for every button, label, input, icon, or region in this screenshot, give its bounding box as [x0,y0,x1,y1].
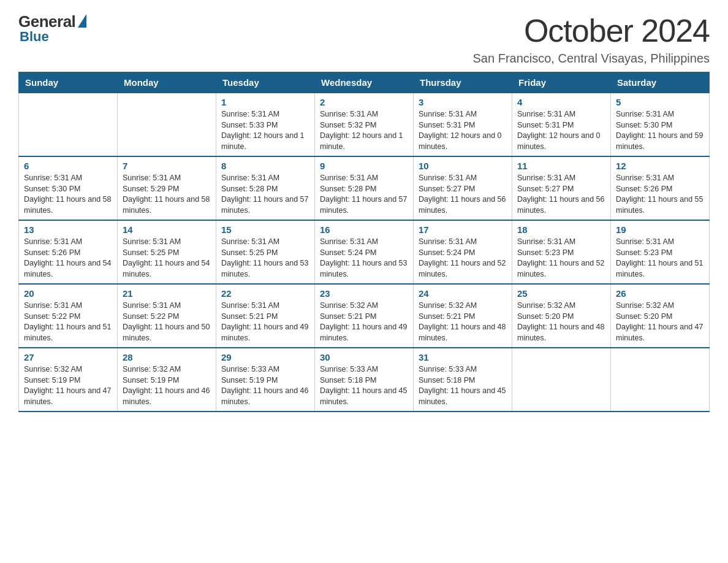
calendar-header-thursday: Thursday [414,72,512,93]
calendar-cell: 10Sunrise: 5:31 AMSunset: 5:27 PMDayligh… [414,156,512,220]
day-number: 7 [123,161,211,171]
day-info: Sunrise: 5:31 AMSunset: 5:25 PMDaylight:… [221,237,309,280]
page-header: General Blue October 2024 San Francisco,… [18,12,710,66]
calendar-header-sunday: Sunday [19,72,118,93]
calendar-cell: 2Sunrise: 5:31 AMSunset: 5:32 PMDaylight… [315,93,414,157]
calendar-header-row: SundayMondayTuesdayWednesdayThursdayFrid… [19,72,710,93]
calendar-week-row: 1Sunrise: 5:31 AMSunset: 5:33 PMDaylight… [19,93,710,157]
day-info: Sunrise: 5:31 AMSunset: 5:22 PMDaylight:… [24,301,112,343]
day-info: Sunrise: 5:31 AMSunset: 5:24 PMDaylight:… [419,237,507,280]
calendar-cell: 21Sunrise: 5:31 AMSunset: 5:22 PMDayligh… [118,284,216,348]
day-info: Sunrise: 5:31 AMSunset: 5:24 PMDaylight:… [320,237,408,280]
day-info: Sunrise: 5:33 AMSunset: 5:18 PMDaylight:… [419,364,507,407]
day-info: Sunrise: 5:33 AMSunset: 5:19 PMDaylight:… [221,364,309,407]
day-info: Sunrise: 5:31 AMSunset: 5:31 PMDaylight:… [517,109,605,152]
day-number: 10 [419,161,507,171]
calendar-week-row: 20Sunrise: 5:31 AMSunset: 5:22 PMDayligh… [19,284,710,348]
day-info: Sunrise: 5:31 AMSunset: 5:31 PMDaylight:… [419,109,507,152]
day-number: 27 [24,352,112,362]
month-title: October 2024 [473,12,710,49]
day-info: Sunrise: 5:33 AMSunset: 5:18 PMDaylight:… [320,364,408,407]
calendar-cell: 16Sunrise: 5:31 AMSunset: 5:24 PMDayligh… [315,220,414,284]
day-number: 13 [24,224,112,235]
calendar-cell: 22Sunrise: 5:31 AMSunset: 5:21 PMDayligh… [216,284,315,348]
day-info: Sunrise: 5:32 AMSunset: 5:21 PMDaylight:… [320,301,408,343]
calendar-header-tuesday: Tuesday [216,72,315,93]
day-info: Sunrise: 5:31 AMSunset: 5:27 PMDaylight:… [419,173,507,216]
calendar-cell: 7Sunrise: 5:31 AMSunset: 5:29 PMDaylight… [118,156,216,220]
day-info: Sunrise: 5:31 AMSunset: 5:22 PMDaylight:… [123,301,211,343]
calendar-cell [611,348,710,412]
calendar-cell: 4Sunrise: 5:31 AMSunset: 5:31 PMDaylight… [512,93,611,157]
day-number: 3 [419,97,507,107]
calendar-header-monday: Monday [118,72,216,93]
calendar-header-saturday: Saturday [611,72,710,93]
day-info: Sunrise: 5:32 AMSunset: 5:21 PMDaylight:… [419,301,507,343]
calendar-cell: 13Sunrise: 5:31 AMSunset: 5:26 PMDayligh… [19,220,118,284]
day-number: 12 [616,161,704,171]
day-number: 14 [123,224,211,235]
day-number: 28 [123,352,211,362]
logo-triangle-icon [78,14,86,28]
day-info: Sunrise: 5:31 AMSunset: 5:30 PMDaylight:… [616,109,704,152]
day-number: 11 [517,161,605,171]
day-number: 31 [419,352,507,362]
calendar-cell: 6Sunrise: 5:31 AMSunset: 5:30 PMDaylight… [19,156,118,220]
logo-blue-text: Blue [20,29,49,45]
calendar-cell: 25Sunrise: 5:32 AMSunset: 5:20 PMDayligh… [512,284,611,348]
calendar-cell: 31Sunrise: 5:33 AMSunset: 5:18 PMDayligh… [414,348,512,412]
day-number: 6 [24,161,112,171]
location-title: San Francisco, Central Visayas, Philippi… [473,52,710,66]
day-number: 16 [320,224,408,235]
calendar-cell: 20Sunrise: 5:31 AMSunset: 5:22 PMDayligh… [19,284,118,348]
day-info: Sunrise: 5:31 AMSunset: 5:28 PMDaylight:… [221,173,309,216]
calendar-week-row: 13Sunrise: 5:31 AMSunset: 5:26 PMDayligh… [19,220,710,284]
day-info: Sunrise: 5:31 AMSunset: 5:26 PMDaylight:… [24,237,112,280]
calendar-cell: 30Sunrise: 5:33 AMSunset: 5:18 PMDayligh… [315,348,414,412]
day-number: 15 [221,224,309,235]
calendar-cell: 23Sunrise: 5:32 AMSunset: 5:21 PMDayligh… [315,284,414,348]
day-info: Sunrise: 5:32 AMSunset: 5:20 PMDaylight:… [616,301,704,343]
day-number: 24 [419,288,507,299]
calendar-table: SundayMondayTuesdayWednesdayThursdayFrid… [18,72,710,412]
calendar-week-row: 6Sunrise: 5:31 AMSunset: 5:30 PMDaylight… [19,156,710,220]
calendar-cell [512,348,611,412]
calendar-cell: 18Sunrise: 5:31 AMSunset: 5:23 PMDayligh… [512,220,611,284]
day-info: Sunrise: 5:32 AMSunset: 5:19 PMDaylight:… [24,364,112,407]
calendar-cell: 28Sunrise: 5:32 AMSunset: 5:19 PMDayligh… [118,348,216,412]
day-info: Sunrise: 5:31 AMSunset: 5:33 PMDaylight:… [221,109,309,152]
calendar-cell: 19Sunrise: 5:31 AMSunset: 5:23 PMDayligh… [611,220,710,284]
day-info: Sunrise: 5:31 AMSunset: 5:21 PMDaylight:… [221,301,309,343]
day-number: 4 [517,97,605,107]
day-info: Sunrise: 5:31 AMSunset: 5:23 PMDaylight:… [616,237,704,280]
calendar-cell [118,93,216,157]
calendar-cell: 1Sunrise: 5:31 AMSunset: 5:33 PMDaylight… [216,93,315,157]
day-number: 1 [221,97,309,107]
day-info: Sunrise: 5:31 AMSunset: 5:25 PMDaylight:… [123,237,211,280]
day-info: Sunrise: 5:31 AMSunset: 5:32 PMDaylight:… [320,109,408,152]
calendar-cell: 5Sunrise: 5:31 AMSunset: 5:30 PMDaylight… [611,93,710,157]
title-block: October 2024 San Francisco, Central Visa… [473,12,710,66]
day-info: Sunrise: 5:31 AMSunset: 5:30 PMDaylight:… [24,173,112,216]
calendar-cell: 8Sunrise: 5:31 AMSunset: 5:28 PMDaylight… [216,156,315,220]
calendar-cell: 12Sunrise: 5:31 AMSunset: 5:26 PMDayligh… [611,156,710,220]
day-number: 30 [320,352,408,362]
day-number: 26 [616,288,704,299]
day-number: 9 [320,161,408,171]
day-number: 29 [221,352,309,362]
calendar-week-row: 27Sunrise: 5:32 AMSunset: 5:19 PMDayligh… [19,348,710,412]
day-info: Sunrise: 5:32 AMSunset: 5:20 PMDaylight:… [517,301,605,343]
calendar-cell: 29Sunrise: 5:33 AMSunset: 5:19 PMDayligh… [216,348,315,412]
day-info: Sunrise: 5:31 AMSunset: 5:26 PMDaylight:… [616,173,704,216]
day-number: 2 [320,97,408,107]
day-number: 19 [616,224,704,235]
calendar-cell: 14Sunrise: 5:31 AMSunset: 5:25 PMDayligh… [118,220,216,284]
day-number: 22 [221,288,309,299]
day-info: Sunrise: 5:31 AMSunset: 5:27 PMDaylight:… [517,173,605,216]
day-number: 23 [320,288,408,299]
calendar-header-friday: Friday [512,72,611,93]
day-number: 18 [517,224,605,235]
calendar-cell: 27Sunrise: 5:32 AMSunset: 5:19 PMDayligh… [19,348,118,412]
day-number: 5 [616,97,704,107]
day-number: 21 [123,288,211,299]
